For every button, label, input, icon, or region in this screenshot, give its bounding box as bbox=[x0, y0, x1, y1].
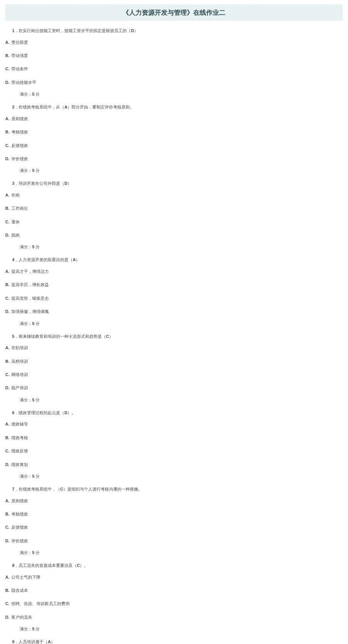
question-answer: D bbox=[131, 28, 134, 33]
question-text-after: ） bbox=[109, 334, 113, 339]
question-text: 7．在绩效考核系统中，（C）是组织与个人进行考核沟通的一种措施。 bbox=[5, 485, 343, 494]
option-row: D. 评价绩效 bbox=[5, 152, 343, 166]
option-row: A. 原则绩效 bbox=[5, 112, 343, 125]
page-title-bar: 《人力资源开发与管理》在线作业二 bbox=[5, 5, 343, 21]
option-letter: B. bbox=[5, 359, 9, 364]
option-text: 加强保健，增强体魄 bbox=[10, 309, 49, 314]
option-text: 隐含成本 bbox=[10, 588, 28, 593]
questions-container: 1．在实行岗位技能工资时，技能工资水平的拟定是根据员工的（D）A. 责任限度B.… bbox=[5, 26, 343, 644]
option-row: C. 反馈绩效 bbox=[5, 139, 343, 152]
option-letter: D. bbox=[5, 80, 9, 85]
question-answer: D bbox=[64, 181, 67, 186]
option-letter: A. bbox=[5, 40, 9, 45]
score-suffix: 分 bbox=[34, 92, 40, 96]
option-row: A. 责任限度 bbox=[5, 36, 343, 49]
option-letter: B. bbox=[5, 282, 9, 287]
question-text-after: ）。 bbox=[80, 563, 88, 568]
option-row: C. 退休 bbox=[5, 215, 343, 229]
option-letter: D. bbox=[5, 615, 9, 619]
question-text: 3．培训开发在公司外部是（D） bbox=[5, 179, 343, 189]
option-row: B. 考核绩效 bbox=[5, 508, 343, 521]
option-row: A. 提高才干，增强活力 bbox=[5, 265, 343, 278]
question-text-before: ．人力资源开发的双重目的是（ bbox=[14, 257, 73, 262]
score-line: 满分：5 分 bbox=[5, 166, 343, 176]
option-letter: D. bbox=[5, 462, 9, 467]
score-prefix: 满分： bbox=[20, 474, 32, 478]
option-letter: D. bbox=[5, 156, 9, 161]
option-letter: D. bbox=[5, 309, 9, 314]
question-text-before: ．在绩效考核系统中，（ bbox=[14, 487, 60, 491]
option-text: 考核绩效 bbox=[10, 130, 28, 134]
score-suffix: 分 bbox=[34, 627, 40, 631]
question-block: 9．人员培训属于（A）A. 成人教育的范畴B. 学校教育的范畴 bbox=[5, 637, 343, 644]
question-answer: C bbox=[106, 334, 109, 339]
question-block: 7．在绩效考核系统中，（C）是组织与个人进行考核沟通的一种措施。A. 原则绩效B… bbox=[5, 485, 343, 558]
option-text: 脱产培训 bbox=[10, 385, 28, 390]
option-text: 原则绩效 bbox=[10, 498, 28, 503]
question-block: 3．培训开发在公司外部是（D）A. 在岗B. 工作岗位C. 退休D. 脱岗满分：… bbox=[5, 179, 343, 252]
question-text-after: ）部分开始，要制定评价考核原则。 bbox=[67, 105, 134, 109]
option-text: 责任限度 bbox=[10, 40, 28, 45]
option-text: 绩效辅导 bbox=[10, 422, 28, 426]
question-text-after: ） bbox=[67, 181, 71, 186]
question-text: 2．在绩效考核系统中，从（A）部分开始，要制定评价考核原则。 bbox=[5, 102, 343, 112]
question-block: 2．在绩效考核系统中，从（A）部分开始，要制定评价考核原则。A. 原则绩效B. … bbox=[5, 102, 343, 176]
option-row: B. 考核绩效 bbox=[5, 125, 343, 139]
option-text: 评价绩效 bbox=[10, 156, 28, 161]
option-letter: A. bbox=[5, 345, 9, 350]
option-text: 公司士气的下降 bbox=[10, 575, 40, 579]
option-letter: C. bbox=[5, 296, 9, 300]
option-text: 绩效考核 bbox=[10, 435, 28, 440]
option-row: D. 评价绩效 bbox=[5, 534, 343, 548]
option-letter: A. bbox=[5, 422, 9, 426]
option-row: B. 提高学历，增长效益 bbox=[5, 278, 343, 291]
option-row: B. 隐含成本 bbox=[5, 584, 343, 597]
option-row: B. 绩效考核 bbox=[5, 431, 343, 444]
option-row: C. 招聘、筛选、培训新员工的费用 bbox=[5, 597, 343, 610]
option-letter: A. bbox=[5, 575, 9, 579]
option-row: A. 在岗 bbox=[5, 189, 343, 202]
option-row: D. 脱岗 bbox=[5, 229, 343, 242]
score-suffix: 分 bbox=[34, 168, 40, 173]
option-row: D. 绩效筹划 bbox=[5, 458, 343, 471]
option-text: 在岗 bbox=[10, 193, 20, 197]
question-text: 1．在实行岗位技能工资时，技能工资水平的拟定是根据员工的（D） bbox=[5, 26, 343, 36]
option-row: D. 加强保健，增强体魄 bbox=[5, 305, 343, 318]
option-letter: C. bbox=[5, 449, 9, 453]
option-row: C. 提高觉悟，锻炼意志 bbox=[5, 292, 343, 305]
option-letter: D. bbox=[5, 385, 9, 390]
option-text: 退休 bbox=[10, 220, 20, 224]
question-text-after: ） bbox=[76, 257, 80, 262]
option-text: 绩效筹划 bbox=[10, 462, 28, 467]
score-prefix: 满分： bbox=[20, 321, 32, 326]
option-text: 脱岗 bbox=[10, 233, 20, 237]
option-letter: A. bbox=[5, 193, 9, 197]
option-text: 反馈绩效 bbox=[10, 525, 28, 529]
option-text: 客户的流失 bbox=[10, 615, 32, 619]
score-line: 满分：5 分 bbox=[5, 89, 343, 99]
option-letter: C. bbox=[5, 525, 9, 529]
question-text: 5．将来继续教育和培训的一种主流形式和趋势是（C） bbox=[5, 332, 343, 342]
question-text-after: ） bbox=[51, 639, 55, 644]
question-answer: A bbox=[48, 639, 51, 644]
option-letter: C. bbox=[5, 67, 9, 71]
score-line: 满分：5 分 bbox=[5, 471, 343, 481]
score-line: 满分：5 分 bbox=[5, 548, 343, 558]
option-letter: C. bbox=[5, 220, 9, 224]
score-line: 满分：5 分 bbox=[5, 319, 343, 329]
question-text: 6．绩效管理过程的起点是（D）。 bbox=[5, 408, 343, 418]
option-row: B. 工作岗位 bbox=[5, 202, 343, 215]
option-text: 工作岗位 bbox=[10, 206, 28, 211]
score-prefix: 满分： bbox=[20, 92, 32, 96]
page-title: 《人力资源开发与管理》在线作业二 bbox=[5, 8, 343, 17]
option-row: D. 客户的流失 bbox=[5, 611, 343, 624]
option-row: C. 绩效反馈 bbox=[5, 444, 343, 458]
option-text: 劳动技能水平 bbox=[10, 80, 36, 85]
option-text: 高档培训 bbox=[10, 359, 28, 364]
score-line: 满分：5 分 bbox=[5, 242, 343, 252]
option-row: B. 劳动强度 bbox=[5, 49, 343, 62]
question-block: 6．绩效管理过程的起点是（D）。A. 绩效辅导B. 绩效考核C. 绩效反馈D. … bbox=[5, 408, 343, 481]
score-prefix: 满分： bbox=[20, 550, 32, 555]
question-answer: C bbox=[60, 487, 63, 491]
question-block: 1．在实行岗位技能工资时，技能工资水平的拟定是根据员工的（D）A. 责任限度B.… bbox=[5, 26, 343, 99]
